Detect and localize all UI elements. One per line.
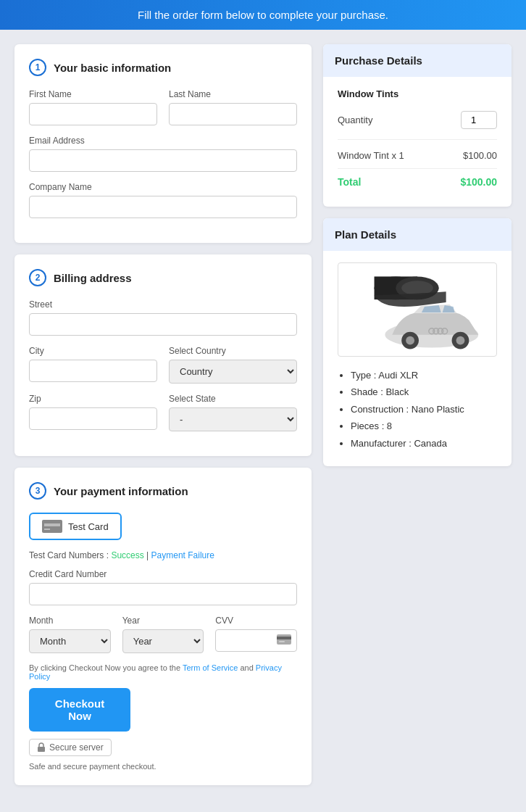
zip-label: Zip [29,394,157,404]
last-name-label: Last Name [169,89,297,99]
card-tab[interactable]: Test Card [29,513,122,540]
basic-info-title: 1 Your basic information [29,59,297,76]
first-name-group: First Name [29,89,157,125]
last-name-group: Last Name [169,89,297,125]
street-input[interactable] [29,313,297,336]
svg-rect-6 [38,747,45,752]
zip-input[interactable] [29,407,157,430]
purchase-header: Purchase Details [323,44,512,77]
plan-manufacturer: Manufacturer : Canada [351,435,497,452]
secure-label: Secure server [49,742,104,753]
email-group: Email Address [29,136,297,172]
payment-section: 3 Your payment information Test Card Tes… [14,468,312,785]
street-group: Street [29,299,297,336]
country-group: Select Country Country United States Can… [169,346,297,384]
cvv-row [215,629,297,652]
card-tab-icon [42,520,62,533]
year-label: Year [122,616,204,626]
billing-label: Billing address [54,272,132,284]
plan-shade: Shade : Black [351,384,497,400]
failure-link[interactable]: Payment Failure [151,550,214,560]
quantity-row: Quantity [338,107,497,133]
email-input[interactable] [29,149,297,172]
cc-number-group: Credit Card Number [29,569,297,605]
city-label: City [29,346,157,356]
secure-badge: Secure server [29,739,112,756]
left-column: 1 Your basic information First Name Last… [14,44,312,785]
country-label: Select Country [169,346,297,356]
total-price: $100.00 [460,176,497,188]
company-input[interactable] [29,196,297,218]
top-bar: Fill the order form below to complete yo… [0,0,526,30]
plan-pieces: Pieces : 8 [351,418,497,434]
payment-title: 3 Your payment information [29,482,297,500]
safe-label: Safe and secure payment checkout. [29,762,156,771]
state-group: Select State - California New York Texas [169,394,297,431]
terms-link[interactable]: Term of Service [183,663,238,672]
line-item-price: $100.00 [463,150,497,161]
cvv-group: CVV [215,616,297,653]
svg-rect-5 [279,641,285,642]
svg-point-15 [456,336,465,345]
year-select[interactable]: Year 202420252026 202720282029 [122,629,204,653]
plan-details-card: Plan Details [323,218,512,466]
company-label: Company Name [29,182,297,192]
checkout-button[interactable]: Checkout Now [29,688,130,732]
cvv-label: CVV [215,616,297,626]
month-group: Month Month 010203 040506 070809 101112 [29,616,111,653]
step-2-circle: 2 [29,269,46,286]
cc-label: Credit Card Number [29,569,297,579]
purchase-details-card: Purchase Details Window Tints Quantity W… [323,44,512,207]
terms-between: and [238,663,255,672]
city-input[interactable] [29,360,157,382]
plan-type: Type : Audi XLR [351,367,497,384]
month-label: Month [29,616,111,626]
line-item-label: Window Tint x 1 [338,150,404,161]
step-3-circle: 3 [29,482,46,500]
separator: | [144,550,151,560]
first-name-input[interactable] [29,103,157,125]
plan-image [338,262,497,357]
country-select[interactable]: Country United States Canada United King… [169,360,297,384]
first-name-label: First Name [29,89,157,99]
month-select[interactable]: Month 010203 040506 070809 101112 [29,629,111,653]
email-label: Email Address [29,136,297,146]
year-group: Year Year 202420252026 202720282029 [122,616,204,653]
cvv-card-icon [277,634,291,647]
plan-construction: Construction : Nano Plastic [351,401,497,418]
city-group: City [29,346,157,384]
right-column: Purchase Details Window Tints Quantity W… [323,44,512,785]
basic-info-label: Your basic information [54,62,171,74]
cc-number-input[interactable] [29,583,297,605]
terms-before: By clicking Checkout Now you agree to th… [29,663,183,672]
svg-rect-4 [277,637,291,639]
company-group: Company Name [29,182,297,218]
test-card-label: Test Card Numbers : [29,550,111,560]
billing-title: 2 Billing address [29,269,297,286]
basic-info-section: 1 Your basic information First Name Last… [14,44,312,243]
total-label: Total [338,176,361,188]
plan-header: Plan Details [323,218,512,251]
test-card-note: Test Card Numbers : Success | Payment Fa… [29,550,297,560]
total-row: Total $100.00 [338,168,497,192]
plan-title: Plan Details [335,228,396,241]
purchase-title: Purchase Details [335,54,422,67]
state-select[interactable]: - California New York Texas [169,407,297,431]
card-tab-label: Test Card [68,521,109,532]
last-name-input[interactable] [169,103,297,125]
payment-label: Your payment information [54,485,188,497]
billing-section: 2 Billing address Street City Select Cou… [14,254,312,456]
svg-rect-1 [44,523,60,526]
quantity-label: Quantity [338,115,372,125]
plan-illustration [338,266,496,353]
product-name: Window Tints [338,88,497,99]
checkout-label: Checkout Now [55,697,104,722]
safe-text: Safe and secure payment checkout. [29,762,297,771]
svg-rect-2 [44,529,50,530]
state-label: Select State [169,394,297,404]
success-link[interactable]: Success [111,550,143,560]
street-label: Street [29,299,297,310]
zip-group: Zip [29,394,157,431]
svg-point-13 [406,336,414,345]
quantity-input[interactable] [461,111,497,129]
